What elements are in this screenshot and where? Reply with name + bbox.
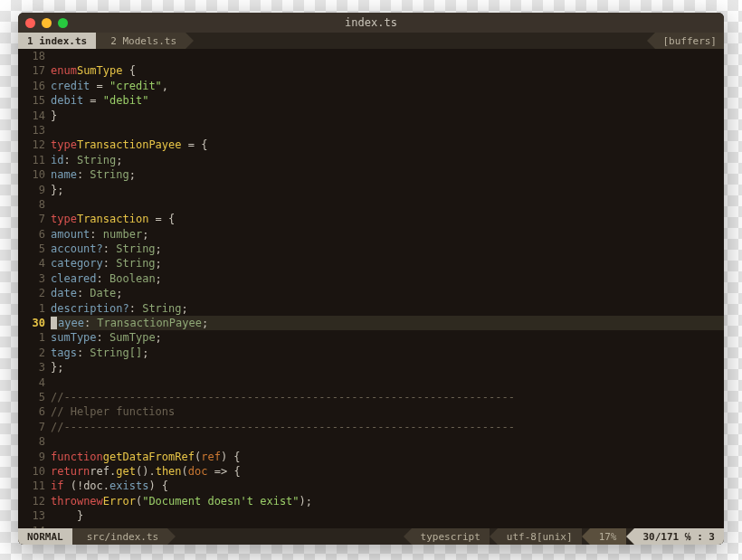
col: : 3 [697, 531, 715, 543]
tab-number: 2 [110, 35, 117, 47]
tab-number: 1 [27, 35, 33, 47]
file-path: src/index.ts [72, 528, 167, 545]
titlebar: index.ts [18, 13, 724, 33]
tab-label: Models.ts [122, 35, 176, 47]
percent-indicator: 17% [590, 528, 626, 545]
window-title: index.ts [18, 16, 724, 29]
tab-label: index.ts [39, 35, 87, 47]
filetype-indicator: typescript [412, 528, 490, 545]
position-indicator: 30/171 ℅ : 3 [634, 528, 725, 545]
code-content[interactable]: enum SumType { credit = "credit", debit … [51, 49, 724, 528]
mode-indicator: NORMAL [18, 528, 72, 545]
encoding-indicator: utf-8[unix] [498, 528, 582, 545]
line-total: 30/171 [643, 531, 680, 543]
tab-models-ts[interactable]: 2 Models.ts [96, 33, 186, 49]
line-gutter: 1817161514131211109876543213012345678910… [18, 49, 51, 528]
status-spacer [167, 528, 411, 545]
tabline: 1 index.ts 2 Models.ts [buffers] [18, 33, 724, 49]
buffers-indicator[interactable]: [buffers] [655, 33, 724, 49]
editor-area[interactable]: 1817161514131211109876543213012345678910… [18, 49, 724, 528]
tab-index-ts[interactable]: 1 index.ts [18, 33, 96, 49]
statusline: NORMAL src/index.ts typescript utf-8[uni… [18, 528, 724, 545]
editor-window: index.ts 1 index.ts 2 Models.ts [buffers… [18, 13, 724, 545]
